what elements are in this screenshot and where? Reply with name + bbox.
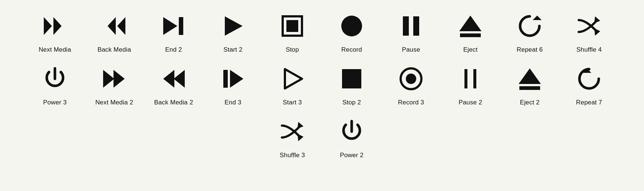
icon-row-2: Power 3 Next Media 2 Back Media 2	[4, 60, 640, 109]
record-3-label: Record 3	[398, 99, 424, 106]
next-media-label: Next Media	[39, 46, 71, 54]
icon-item-back-media-2: Back Media 2	[144, 60, 203, 109]
icon-item-next-media: Next Media	[25, 7, 85, 56]
shuffle-3-label: Shuffle 3	[280, 152, 305, 159]
svg-rect-5	[179, 17, 183, 35]
icon-item-record-3: Record 3	[381, 60, 441, 109]
stop-2-icon	[338, 64, 365, 94]
next-media-2-icon	[101, 64, 128, 94]
icon-item-start-2: Start 2	[203, 7, 263, 56]
icon-item-pause: Pause	[381, 7, 441, 56]
stop-label: Stop	[286, 46, 299, 54]
icon-item-record: Record	[322, 7, 381, 56]
svg-marker-33	[298, 122, 303, 129]
icon-grid: Next Media Back Media End 2	[4, 7, 640, 166]
start-2-label: Start 2	[223, 46, 242, 54]
icon-item-shuffle-3: Shuffle 3	[263, 113, 322, 162]
svg-rect-11	[413, 16, 419, 36]
record-3-icon	[398, 64, 424, 94]
svg-marker-14	[533, 16, 542, 20]
back-media-label: Back Media	[98, 46, 131, 54]
icon-item-pause-2: Pause 2	[441, 60, 500, 109]
pause-label: Pause	[402, 46, 420, 54]
svg-marker-29	[519, 68, 541, 84]
svg-marker-15	[594, 28, 600, 36]
icon-item-end-2: End 2	[144, 7, 203, 56]
svg-marker-18	[114, 70, 125, 88]
icon-item-stop: Stop	[263, 7, 322, 56]
icon-row-3: Shuffle 3 Power 2	[4, 113, 640, 162]
icon-item-back-media: Back Media	[85, 7, 144, 56]
icon-item-next-media-2: Next Media 2	[85, 60, 144, 109]
next-media-2-label: Next Media 2	[95, 99, 133, 106]
svg-marker-2	[117, 17, 125, 35]
eject-2-label: Eject 2	[520, 99, 539, 106]
eject-label: Eject	[463, 46, 478, 54]
icon-item-stop-2: Stop 2	[322, 60, 381, 109]
pause-2-label: Pause 2	[459, 99, 482, 106]
svg-marker-1	[53, 17, 62, 35]
power-2-icon	[338, 117, 365, 146]
svg-marker-19	[174, 70, 185, 88]
shuffle-4-icon	[576, 11, 602, 41]
icon-row-1: Next Media Back Media End 2	[4, 7, 640, 56]
svg-rect-8	[286, 20, 298, 32]
shuffle-4-label: Shuffle 4	[576, 46, 602, 54]
svg-marker-6	[225, 16, 243, 36]
power-3-icon	[42, 64, 68, 94]
back-media-2-label: Back Media 2	[154, 99, 193, 106]
stop-icon	[279, 11, 306, 41]
icon-item-power-2: Power 2	[322, 113, 381, 162]
end-3-label: End 3	[224, 99, 241, 106]
svg-rect-10	[403, 16, 409, 36]
icon-item-end-3: End 3	[203, 60, 263, 109]
pause-icon	[398, 11, 424, 41]
end-2-icon	[160, 11, 187, 41]
record-label: Record	[341, 46, 362, 54]
next-media-icon	[42, 11, 68, 41]
svg-marker-4	[163, 17, 177, 35]
svg-marker-12	[459, 16, 482, 31]
svg-marker-22	[230, 70, 243, 88]
stop-2-label: Stop 2	[342, 99, 361, 106]
start-2-icon	[220, 11, 246, 41]
eject-icon	[457, 11, 484, 41]
pause-2-icon	[457, 64, 484, 94]
repeat-6-label: Repeat 6	[517, 46, 543, 54]
svg-rect-27	[464, 69, 467, 88]
icon-item-repeat-6: Repeat 6	[500, 7, 559, 56]
icon-item-shuffle-4: Shuffle 4	[559, 7, 619, 56]
svg-point-9	[341, 16, 362, 36]
eject-2-icon	[516, 64, 543, 94]
end-2-label: End 2	[165, 46, 182, 54]
back-media-icon	[101, 11, 128, 41]
svg-marker-17	[103, 70, 114, 88]
icon-item-start-3: Start 3	[263, 60, 322, 109]
icon-item-repeat-7: Repeat 7	[559, 60, 619, 109]
svg-rect-13	[460, 33, 481, 37]
end-3-icon	[220, 64, 246, 94]
svg-rect-24	[342, 69, 361, 88]
svg-marker-32	[298, 134, 303, 141]
start-3-label: Start 3	[283, 99, 302, 106]
power-3-label: Power 3	[43, 99, 67, 106]
svg-rect-28	[473, 69, 476, 88]
repeat-7-icon	[576, 64, 602, 94]
back-media-2-icon	[160, 64, 187, 94]
repeat-6-icon	[516, 11, 543, 41]
icon-item-eject: Eject	[441, 7, 500, 56]
svg-rect-30	[519, 86, 540, 90]
svg-marker-16	[594, 16, 600, 23]
record-icon	[338, 11, 365, 41]
svg-point-26	[406, 74, 416, 84]
shuffle-3-icon	[279, 117, 306, 146]
start-3-icon	[279, 64, 306, 94]
svg-marker-20	[163, 70, 174, 88]
icon-item-power-3: Power 3	[25, 60, 85, 109]
svg-rect-21	[223, 70, 228, 88]
svg-marker-0	[44, 17, 52, 35]
svg-marker-23	[285, 69, 302, 88]
power-2-label: Power 2	[340, 152, 364, 159]
repeat-7-label: Repeat 7	[576, 99, 602, 106]
icon-item-eject-2: Eject 2	[500, 60, 559, 109]
